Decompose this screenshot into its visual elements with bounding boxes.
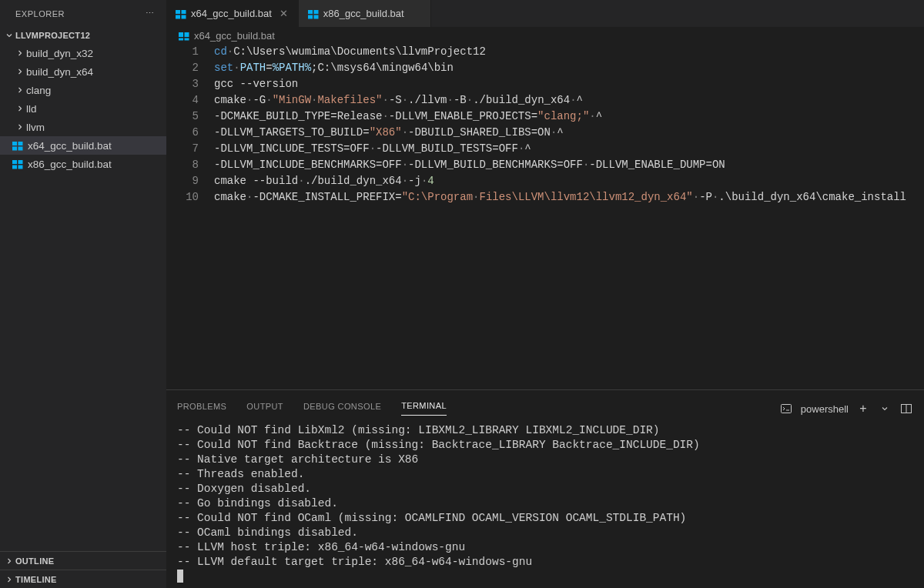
line-numbers: 12345678910 — [166, 44, 214, 389]
code-line[interactable]: -DLLVM_INCLUDE_BENCHMARKS=OFF·-DLLVM_BUI… — [214, 157, 918, 173]
svg-rect-6 — [12, 165, 17, 169]
svg-rect-12 — [308, 10, 313, 14]
terminal-line: -- LLVM default target triple: x86_64-w6… — [177, 555, 913, 570]
svg-rect-13 — [313, 10, 318, 14]
svg-rect-17 — [185, 32, 189, 37]
chevron-right-icon — [14, 104, 26, 113]
code-editor[interactable]: 12345678910 cd·C:\Users\wumima\Documents… — [166, 44, 924, 389]
folder-build_dyn_x64[interactable]: build_dyn_x64 — [0, 62, 166, 81]
terminal-launch-icon[interactable] — [779, 402, 793, 416]
folder-llvm[interactable]: llvm — [0, 118, 166, 136]
shell-name[interactable]: powershell — [801, 403, 849, 415]
outline-section[interactable]: OUTLINE — [0, 551, 166, 570]
chevron-right-icon — [14, 85, 26, 95]
svg-rect-0 — [12, 142, 17, 145]
terminal-output[interactable]: -- Could NOT find LibXml2 (missing: LIBX… — [166, 416, 924, 588]
terminal-line: -- Native target architecture is X86 — [177, 453, 913, 467]
explorer-more-icon[interactable]: ⋯ — [142, 7, 158, 20]
terminal-line: -- Go bindings disabled. — [177, 496, 913, 511]
chevron-right-icon — [3, 573, 15, 586]
svg-rect-8 — [176, 10, 180, 14]
panel-tab-output[interactable]: OUTPUT — [246, 397, 283, 416]
svg-rect-5 — [18, 160, 23, 164]
file-x86_gcc_build.bat[interactable]: x86_gcc_build.bat — [0, 155, 166, 173]
svg-rect-15 — [313, 15, 318, 18]
bat-file-icon — [11, 139, 25, 152]
svg-rect-1 — [18, 142, 23, 145]
svg-rect-3 — [18, 147, 23, 151]
folder-build_dyn_x32[interactable]: build_dyn_x32 — [0, 44, 166, 62]
explorer-header: EXPLORER ⋯ — [0, 0, 166, 27]
chevron-down-icon — [3, 29, 15, 42]
svg-rect-4 — [12, 160, 17, 164]
bat-file-icon — [177, 28, 191, 42]
code-line[interactable]: -DCMAKE_BUILD_TYPE=Release·-DLLVM_ENABLE… — [214, 109, 918, 125]
explorer-sidebar: EXPLORER ⋯ LLVMPROJECT12 build_dyn_x32bu… — [0, 0, 166, 588]
panel-actions: powershell + — [779, 402, 913, 416]
chevron-right-icon — [14, 67, 26, 76]
code-line[interactable]: set·PATH=%PATH%;C:\msys64\mingw64\bin — [214, 60, 918, 76]
code-line[interactable]: gcc --version — [214, 76, 918, 92]
svg-rect-10 — [176, 15, 180, 18]
svg-rect-7 — [18, 165, 23, 169]
code-line[interactable]: -DLLVM_TARGETS_TO_BUILD="X86"·-DBUILD_SH… — [214, 125, 918, 141]
explorer-title: EXPLORER — [15, 9, 65, 18]
svg-rect-9 — [182, 10, 186, 14]
code-line[interactable]: cd·C:\Users\wumima\Documents\llvmProject… — [214, 44, 918, 60]
code-content[interactable]: cd·C:\Users\wumima\Documents\llvmProject… — [214, 44, 924, 389]
terminal-line: -- Could NOT find LibXml2 (missing: LIBX… — [177, 423, 913, 438]
timeline-section[interactable]: TIMELINE — [0, 570, 166, 588]
code-line[interactable]: -DLLVM_INCLUDE_TESTS=OFF·-DLLVM_BUILD_TE… — [214, 141, 918, 157]
code-line[interactable]: cmake --build·./build_dyn_x64·-j·4 — [214, 173, 918, 189]
svg-rect-20 — [781, 405, 791, 413]
project-root[interactable]: LLVMPROJECT12 — [0, 27, 166, 44]
project-name: LLVMPROJECT12 — [15, 31, 90, 40]
terminal-line: -- LLVM host triple: x86_64-w64-windows-… — [177, 540, 913, 555]
new-terminal-icon[interactable]: + — [856, 402, 870, 416]
terminal-line: -- OCaml bindings disabled. — [177, 526, 913, 540]
terminal-line: -- Doxygen disabled. — [177, 482, 913, 496]
bat-file-icon — [11, 157, 25, 171]
panel-tabs: PROBLEMSOUTPUTDEBUG CONSOLETERMINAL powe… — [166, 390, 924, 416]
svg-rect-18 — [179, 38, 183, 41]
code-line[interactable]: cmake·-G·"MinGW·Makefiles"·-S·./llvm·-B·… — [214, 92, 918, 109]
panel-tab-debug-console[interactable]: DEBUG CONSOLE — [303, 397, 381, 416]
bottom-panel: PROBLEMSOUTPUTDEBUG CONSOLETERMINAL powe… — [166, 389, 924, 588]
panel-tab-problems[interactable]: PROBLEMS — [177, 397, 226, 416]
tab-x86_gcc_build.bat[interactable]: x86_gcc_build.bat — [299, 0, 431, 27]
terminal-line: -- Could NOT find OCaml (missing: OCAMLF… — [177, 511, 913, 526]
folder-lld[interactable]: lld — [0, 99, 166, 118]
close-icon[interactable]: ✕ — [278, 8, 290, 19]
code-line[interactable]: cmake·-DCMAKE_INSTALL_PREFIX="C:\Program… — [214, 189, 918, 205]
bat-file-icon — [174, 7, 188, 21]
svg-rect-19 — [185, 38, 189, 41]
terminal-line: -- Threads enabled. — [177, 467, 913, 482]
split-terminal-icon[interactable] — [899, 402, 913, 416]
chevron-right-icon — [3, 555, 15, 567]
chevron-right-icon — [14, 122, 26, 132]
bat-file-icon — [306, 7, 320, 21]
terminal-line: -- Could NOT find Backtrace (missing: Ba… — [177, 438, 913, 453]
svg-rect-16 — [179, 32, 183, 37]
terminal-cursor — [177, 570, 183, 583]
main-area: x64_gcc_build.bat✕x86_gcc_build.bat x64_… — [166, 0, 924, 588]
svg-rect-2 — [12, 147, 17, 151]
svg-rect-14 — [308, 15, 313, 18]
file-tree: build_dyn_x32build_dyn_x64clanglldllvmx6… — [0, 44, 166, 173]
file-x64_gcc_build.bat[interactable]: x64_gcc_build.bat — [0, 136, 166, 155]
tab-x64_gcc_build.bat[interactable]: x64_gcc_build.bat✕ — [166, 0, 299, 27]
chevron-right-icon — [14, 48, 26, 58]
panel-tab-terminal[interactable]: TERMINAL — [401, 396, 447, 416]
folder-clang[interactable]: clang — [0, 81, 166, 99]
svg-rect-11 — [182, 15, 186, 18]
editor-tabs: x64_gcc_build.bat✕x86_gcc_build.bat — [166, 0, 924, 27]
chevron-down-icon[interactable] — [878, 402, 892, 416]
breadcrumb[interactable]: x64_gcc_build.bat — [166, 27, 924, 44]
